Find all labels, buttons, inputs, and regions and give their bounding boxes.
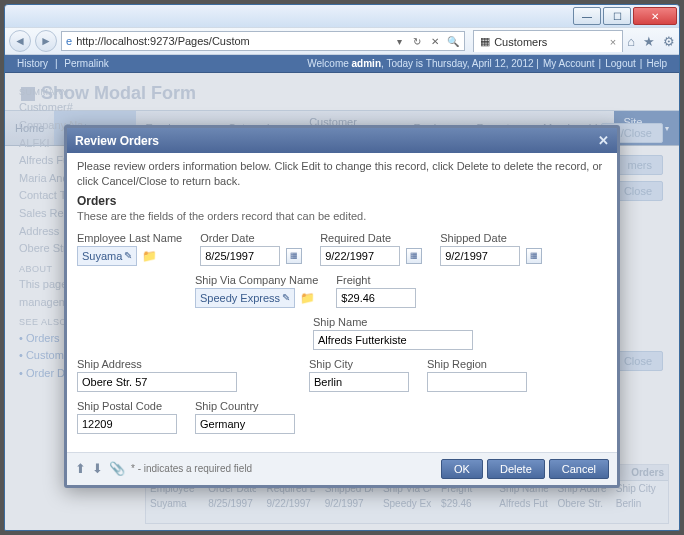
modal-intro-text: Please review orders information below. … xyxy=(77,159,607,189)
calendar-icon[interactable]: ▦ xyxy=(526,248,542,264)
required-note: * - indicates a required field xyxy=(131,463,252,474)
ok-button[interactable]: OK xyxy=(441,459,483,479)
permalink-link[interactable]: Permalink xyxy=(60,58,112,69)
modal-titlebar: Review Orders ✕ xyxy=(67,128,617,153)
shipvia-lookup[interactable]: Speedy Express✎ xyxy=(195,288,295,308)
nav-forward-button[interactable]: ► xyxy=(35,30,57,52)
favorites-icon[interactable]: ★ xyxy=(643,34,655,49)
home-icon[interactable]: ⌂ xyxy=(627,34,635,49)
url-dropdown-icon[interactable]: ▾ xyxy=(392,36,406,47)
pencil-icon: ✎ xyxy=(282,292,290,303)
modal-footer: ⬆ ⬇ 📎 * - indicates a required field OK … xyxy=(67,452,617,485)
arrow-down-icon[interactable]: ⬇ xyxy=(92,461,103,476)
label-shipregion: Ship Region xyxy=(427,358,527,370)
required-date-input[interactable] xyxy=(320,246,400,266)
shipaddr-input[interactable] xyxy=(77,372,237,392)
delete-button[interactable]: Delete xyxy=(487,459,545,479)
address-bar[interactable]: e http://localhost:9273/Pages/Custom ▾ ↻… xyxy=(61,31,465,51)
label-shipname: Ship Name xyxy=(313,316,473,328)
pencil-icon: ✎ xyxy=(124,250,132,261)
shippostal-input[interactable] xyxy=(77,414,177,434)
tab-title: Customers xyxy=(494,36,547,48)
employee-browse-icon[interactable]: 📁 xyxy=(141,248,157,264)
welcome-bar: History | Permalink Welcome admin , Toda… xyxy=(5,55,679,73)
label-shippostal: Ship Postal Code xyxy=(77,400,177,412)
search-icon[interactable]: 🔍 xyxy=(446,36,460,47)
shipcountry-input[interactable] xyxy=(195,414,295,434)
modal-section-title: Orders xyxy=(77,193,607,209)
my-account-link[interactable]: My Account xyxy=(539,58,599,69)
browser-nav: ◄ ► e http://localhost:9273/Pages/Custom… xyxy=(5,27,679,55)
cancel-button[interactable]: Cancel xyxy=(549,459,609,479)
order-date-input[interactable] xyxy=(200,246,280,266)
label-employee: Employee Last Name xyxy=(77,232,182,244)
freight-input[interactable] xyxy=(336,288,416,308)
shipvia-browse-icon[interactable]: 📁 xyxy=(299,290,315,306)
label-shipcountry: Ship Country xyxy=(195,400,295,412)
ie-icon: e xyxy=(66,35,72,47)
calendar-icon[interactable]: ▦ xyxy=(406,248,422,264)
label-orderdate: Order Date xyxy=(200,232,302,244)
window-minimize-button[interactable]: — xyxy=(573,7,601,25)
shipcity-input[interactable] xyxy=(309,372,409,392)
tools-gear-icon[interactable]: ⚙ xyxy=(663,34,675,49)
shipname-input[interactable] xyxy=(313,330,473,350)
window-close-button[interactable]: ✕ xyxy=(633,7,677,25)
shipped-date-input[interactable] xyxy=(440,246,520,266)
label-shipvia: Ship Via Company Name xyxy=(195,274,318,286)
help-link[interactable]: Help xyxy=(642,58,671,69)
welcome-date: Thursday, April 12, 2012 xyxy=(426,58,534,69)
browser-tab[interactable]: ▦ Customers × xyxy=(473,30,623,52)
welcome-user: admin xyxy=(352,58,381,69)
window-titlebar: — ☐ ✕ xyxy=(5,5,679,27)
modal-subtitle: These are the fields of the orders recor… xyxy=(77,209,607,224)
tab-close-icon[interactable]: × xyxy=(610,36,616,48)
refresh-icon[interactable]: ↻ xyxy=(410,36,424,47)
label-reqdate: Required Date xyxy=(320,232,422,244)
nav-back-button[interactable]: ◄ xyxy=(9,30,31,52)
window-maximize-button[interactable]: ☐ xyxy=(603,7,631,25)
employee-lookup[interactable]: Suyama✎ xyxy=(77,246,137,266)
label-shipaddr: Ship Address xyxy=(77,358,237,370)
attachment-icon[interactable]: 📎 xyxy=(109,461,125,476)
stop-icon[interactable]: ✕ xyxy=(428,36,442,47)
label-shipdate: Shipped Date xyxy=(440,232,542,244)
logout-link[interactable]: Logout xyxy=(601,58,640,69)
arrow-up-icon[interactable]: ⬆ xyxy=(75,461,86,476)
history-link[interactable]: History xyxy=(13,58,52,69)
modal-title: Review Orders xyxy=(75,134,159,148)
label-freight: Freight xyxy=(336,274,416,286)
shipregion-input[interactable] xyxy=(427,372,527,392)
modal-overlay: Review Orders ✕ Please review orders inf… xyxy=(5,73,679,530)
modal-close-icon[interactable]: ✕ xyxy=(598,133,609,148)
tab-favicon-icon: ▦ xyxy=(480,35,490,48)
url-text: http://localhost:9273/Pages/Custom xyxy=(76,35,250,47)
review-orders-modal: Review Orders ✕ Please review orders inf… xyxy=(64,125,620,488)
calendar-icon[interactable]: ▦ xyxy=(286,248,302,264)
label-shipcity: Ship City xyxy=(309,358,409,370)
